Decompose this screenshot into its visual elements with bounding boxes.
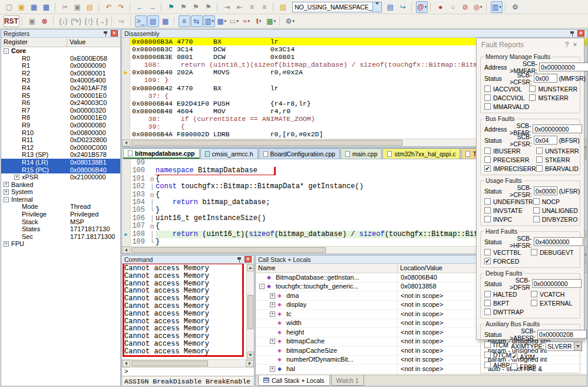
fault-checkbox[interactable]: PRECISERR: [484, 156, 536, 163]
fault-checkbox[interactable]: DIVBYZERO: [533, 215, 578, 223]
code-fold-icon[interactable]: │: [148, 215, 156, 222]
configure-tools-button[interactable]: ⚙: [510, 1, 521, 13]
close-icon[interactable]: ×: [571, 41, 579, 49]
register-row[interactable]: R1 0x00000090: [1, 62, 120, 70]
new-file-button[interactable]: ▢: [4, 1, 15, 13]
checkbox-icon[interactable]: [531, 300, 537, 306]
fault-checkbox[interactable]: BKPT: [484, 299, 531, 307]
breakpoint-gutter[interactable]: [122, 159, 131, 167]
checkbox-icon[interactable]: [511, 363, 517, 370]
checkbox-icon[interactable]: [484, 103, 491, 110]
registers-window-button[interactable]: ≡: [179, 15, 190, 27]
aximtype-dropdown[interactable]: SLVERR: [546, 342, 582, 351]
checkbox-icon[interactable]: [484, 156, 491, 163]
toolbox-button[interactable]: ⚙▾: [284, 15, 296, 27]
insert-breakpoint-button[interactable]: ●: [435, 1, 447, 13]
toolbar-button[interactable]: [130, 2, 132, 12]
fault-checkbox[interactable]: MUNSTKERR: [529, 85, 577, 93]
toolbar-button[interactable]: [411, 2, 414, 12]
fault-checkbox[interactable]: UNSTKERR: [536, 147, 579, 155]
tree-expand-icon[interactable]: -: [4, 197, 9, 202]
tree-expand-icon[interactable]: +: [270, 311, 275, 317]
toolbar-button[interactable]: [130, 17, 133, 26]
insert-trace-point-button[interactable]: ▣: [27, 15, 38, 27]
command-window-button[interactable]: >_: [135, 15, 147, 27]
edit-configuration-button[interactable]: ▤: [385, 1, 397, 13]
disassembly-gutter[interactable]: [122, 84, 130, 92]
register-row[interactable]: R12 0x0000C000: [1, 144, 120, 152]
disassembly-gutter[interactable]: [122, 92, 130, 100]
step-out-button[interactable]: {↑}: [83, 15, 95, 27]
disassembly-gutter[interactable]: ►: [122, 68, 130, 76]
fault-checkbox[interactable]: UNALIGNED: [533, 206, 578, 214]
editor-tab[interactable]: cmsis_armcc.h: [200, 148, 258, 159]
disassembly-gutter[interactable]: [122, 123, 130, 130]
step-over-button[interactable]: {↷}: [70, 15, 82, 27]
paste-button[interactable]: ▤: [84, 1, 96, 13]
tree-expand-icon[interactable]: [270, 357, 275, 362]
fault-checkbox[interactable]: INVSTATE: [484, 206, 533, 214]
scroll-left-button[interactable]: [122, 360, 130, 367]
toolbar-button[interactable]: [505, 2, 507, 12]
register-row[interactable]: R14 (LR) 0x080138B1: [1, 159, 120, 166]
analysis-windows-button[interactable]: ≈▾: [240, 15, 252, 27]
register-row[interactable]: R9 0x00000080: [1, 122, 120, 129]
tree-expand-icon[interactable]: -: [259, 284, 265, 289]
checkbox-icon[interactable]: [484, 147, 491, 154]
scrollbar-thumb[interactable]: [131, 140, 402, 146]
scroll-up-button[interactable]: [247, 264, 254, 271]
cut-button[interactable]: ✂: [60, 1, 71, 13]
register-row[interactable]: R10 0x00800000: [1, 129, 120, 137]
tab-callstack-locals[interactable]: Call Stack + Locals: [258, 375, 330, 386]
editor-tab[interactable]: BoardConfiguration.cpp: [259, 148, 340, 159]
register-row[interactable]: Sec 1717.18171300: [1, 233, 120, 241]
trace-windows-button[interactable]: t▾: [253, 15, 265, 27]
fault-register-input[interactable]: 0x00000000: [533, 124, 582, 133]
fault-checkbox[interactable]: MMARVALID: [484, 103, 529, 110]
fault-checkbox[interactable]: UNDEFINSTR: [484, 198, 533, 205]
fault-checkbox[interactable]: VCATCH: [531, 290, 577, 298]
registers-tree[interactable]: - Core R0 0xE000E058 R1 0x00000090: [1, 47, 120, 248]
toolbar-button[interactable]: [55, 2, 57, 12]
tab-watch-1[interactable]: Watch 1: [331, 375, 364, 386]
toolbar-button[interactable]: [217, 2, 219, 12]
help-icon[interactable]: ?: [563, 41, 571, 49]
tree-expand-icon[interactable]: [270, 348, 275, 353]
fault-checkbox[interactable]: HALTED: [484, 290, 531, 298]
run-button[interactable]: ⇨: [116, 15, 128, 27]
command-input[interactable]: >: [122, 367, 254, 376]
toolbar-button[interactable]: [174, 17, 176, 26]
fault-checkbox[interactable]: EPPB: [511, 363, 582, 370]
tree-expand-icon[interactable]: [270, 330, 275, 335]
fault-checkbox[interactable]: DEBUGEVT: [531, 248, 577, 256]
fault-checkbox[interactable]: ✔ IMPRECISERR: [484, 165, 536, 172]
breakpoint-gutter[interactable]: [122, 183, 131, 191]
toolbar-button[interactable]: [22, 17, 24, 26]
register-row[interactable]: Mode Thread: [1, 203, 120, 211]
comment-button[interactable]: ≡: [246, 1, 258, 13]
bookmark-toggle-button[interactable]: ⚑: [166, 1, 177, 13]
close-icon[interactable]: ×: [111, 30, 118, 37]
system-viewer-button[interactable]: ▩▾: [265, 15, 277, 27]
code-fold-icon[interactable]: ⊟: [148, 222, 156, 230]
register-row[interactable]: R13 (SP) 0x2401B578: [1, 151, 120, 159]
fault-checkbox[interactable]: EXTERNAL: [531, 299, 577, 307]
editor-tab[interactable]: stm32h7xx_hal_qspi.c: [382, 148, 460, 159]
tree-expand-icon[interactable]: +: [270, 302, 275, 307]
enable-breakpoint-button[interactable]: ○: [447, 1, 459, 13]
watch-windows-button[interactable]: ▥▾: [203, 15, 215, 27]
editor-tab[interactable]: bitmapdatabase.cpp: [123, 148, 200, 159]
scrollbar-thumb[interactable]: [131, 247, 326, 253]
fault-checkbox[interactable]: ✔ AXIM: [511, 353, 582, 360]
disassembly-gutter[interactable]: [122, 38, 130, 45]
fault-checkbox[interactable]: ITCM: [484, 341, 511, 349]
tree-expand-icon[interactable]: +: [14, 175, 19, 180]
fault-register-input[interactable]: 0x00000208: [537, 330, 587, 339]
find-in-files-button[interactable]: @▾: [416, 1, 428, 13]
breakpoint-gutter[interactable]: [122, 215, 131, 222]
checkbox-icon[interactable]: [531, 249, 537, 255]
register-row[interactable]: R11 0xD0232800: [1, 136, 120, 144]
nav-forward-button[interactable]: →: [147, 1, 158, 13]
checkbox-icon[interactable]: [484, 362, 491, 368]
checkbox-icon[interactable]: [484, 86, 491, 92]
